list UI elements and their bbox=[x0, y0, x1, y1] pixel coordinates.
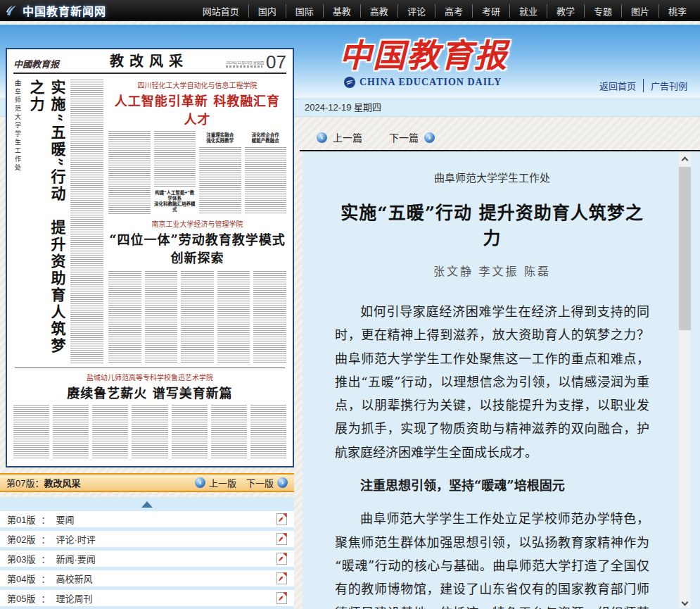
swoosh-logo-icon bbox=[4, 4, 18, 18]
page-list: 第01版：要闻 第02版：评论·时评 第03版：新闻·要闻 第04版：高校新风 bbox=[0, 497, 294, 609]
article-pane: 曲阜师范大学学生工作处 实施“五暖”行动 提升资助育人筑梦之力 张文静 李文振 … bbox=[303, 151, 700, 609]
page-list-item-02[interactable]: 第02版：评论·时评 bbox=[0, 531, 294, 547]
china-education-daily-logo-en: CHINA EDUCATION DAILY bbox=[343, 76, 502, 89]
article1-subhead-3: 深化校企合作 赋能产教融合 bbox=[245, 131, 287, 145]
article3-headline: 赓续鲁艺薪火 谱写美育新篇 bbox=[13, 383, 286, 401]
paper-article-3: 盐城幼儿师范高等专科学校鲁迅艺术学院 赓续鲁艺薪火 谱写美育新篇 bbox=[13, 370, 286, 463]
article-paragraph: 如何引导家庭经济困难学生在经济上得到支持的同时，更在精神上得到滋养，放大资助育人… bbox=[335, 300, 649, 464]
article1-headline: 人工智能引革新 科教融汇育人才 bbox=[108, 91, 286, 127]
next-page-button[interactable]: 下一版 bbox=[246, 476, 288, 489]
article3-columns bbox=[13, 405, 286, 460]
pdf-icon[interactable] bbox=[276, 592, 287, 604]
article2-org: 南京工业大学经济与管理学院 bbox=[108, 218, 286, 229]
scrollbar-down-button[interactable] bbox=[679, 595, 691, 608]
nav-item-commentary[interactable]: 评论 bbox=[397, 4, 435, 18]
article1-columns: 构建“人工智能+”教学体系 深化科教融汇培养模式 注重理实融合 强化实践教学 bbox=[108, 131, 286, 214]
prev-article-button[interactable]: 上一篇 bbox=[333, 130, 362, 144]
nav-item-photos[interactable]: 图片 bbox=[621, 4, 658, 18]
current-page-section: 教改风采 bbox=[44, 476, 80, 489]
page-list-item-03[interactable]: 第03版：新闻·要闻 bbox=[0, 551, 294, 567]
article1-org: 四川轻化工大学自动化与信息工程学院 bbox=[108, 80, 286, 90]
ced-emblem-icon bbox=[343, 76, 356, 89]
site-logo-text: 中国教育新闻网 bbox=[23, 2, 106, 19]
article-byline-org: 曲阜师范大学学生工作处 bbox=[335, 170, 649, 184]
paper-content: 曲阜师范大学学生工作处 实施“五暖”行动 提升资助育人筑梦之力 四川轻化工大学自… bbox=[7, 74, 293, 463]
article2-headline: “四位一体”劳动教育教学模式创新探索 bbox=[108, 230, 286, 266]
header-links: 返回首页 广告刊例 bbox=[592, 79, 694, 92]
back-home-link[interactable]: 返回首页 bbox=[592, 79, 643, 92]
paper-dateline: 2024年12月19日 星期四 bbox=[226, 61, 264, 70]
pdf-icon[interactable] bbox=[276, 513, 287, 525]
nav-item-higher-edu[interactable]: 高教 bbox=[360, 4, 397, 18]
chevron-up-icon bbox=[682, 157, 689, 164]
ced-logo-en-text: CHINA EDUCATION DAILY bbox=[359, 77, 502, 88]
nav-item-home[interactable]: 网站首页 bbox=[193, 4, 248, 18]
article-paragraph: 曲阜师范大学学生工作处立足学校师范办学特色，聚焦师范生群体加强思想引领，以弘扬教… bbox=[335, 507, 649, 609]
paper-article-1: 四川轻化工大学自动化与信息工程学院 人工智能引革新 科教融汇育人才 构建“人工智… bbox=[108, 78, 286, 214]
article2-columns bbox=[108, 271, 286, 364]
article-body: 曲阜师范大学学生工作处 实施“五暖”行动 提升资助育人筑梦之力 张文静 李文振 … bbox=[335, 170, 649, 609]
nav-item-employment[interactable]: 就业 bbox=[509, 4, 547, 18]
nav-item-basic-edu[interactable]: 基教 bbox=[323, 4, 360, 18]
paper-nameplate: 中國教育报 bbox=[13, 57, 77, 70]
scrollbar-up-button[interactable] bbox=[679, 153, 691, 165]
nav-item-taoli[interactable]: 桃李 bbox=[658, 4, 696, 18]
top-nav-links: 网站首页 国内 国际 基教 高教 评论 高考 考研 就业 教学 专题 图片 桃李 bbox=[193, 4, 696, 18]
pdf-icon[interactable] bbox=[276, 553, 287, 565]
paper-masthead-right: 2024年12月19日 星期四 07 bbox=[222, 54, 286, 70]
nav-item-kaoyan[interactable]: 考研 bbox=[472, 4, 509, 18]
page-list-item-01[interactable]: 第01版：要闻 bbox=[0, 511, 294, 527]
paper-article-2: 南京工业大学经济与管理学院 “四位一体”劳动教育教学模式创新探索 bbox=[108, 217, 286, 364]
paper-lead-article-strip: 曲阜师范大学学生工作处 实施“五暖”行动 提升资助育人筑梦之力 bbox=[13, 78, 103, 364]
nav-item-domestic[interactable]: 国内 bbox=[248, 4, 286, 18]
article1-subhead-2: 注重理实融合 强化实践教学 bbox=[199, 131, 241, 145]
pdf-icon[interactable] bbox=[276, 533, 287, 545]
article1-subhead-1: 构建“人工智能+”教学体系 深化科教融汇培养模式 bbox=[154, 189, 196, 214]
page-list-scroll-up[interactable] bbox=[0, 497, 294, 511]
prev-page-button[interactable]: 上一版 bbox=[195, 476, 236, 489]
paper-vertical-byline: 曲阜师范大学学生工作处 bbox=[13, 80, 23, 199]
paper-vertical-headline: 实施“五暖”行动 提升资助育人筑梦之力 bbox=[25, 80, 68, 364]
site-logo[interactable]: 中国教育新闻网 bbox=[4, 2, 106, 19]
article3-org: 盐城幼儿师范高等专科学校鲁迅艺术学院 bbox=[13, 372, 286, 382]
paper-page-number: 07 bbox=[266, 54, 286, 70]
ad-rates-link[interactable]: 广告刊例 bbox=[643, 79, 694, 92]
next-article-button[interactable]: 下一篇 bbox=[389, 130, 419, 144]
paper-masthead-row: 中國教育报 教改风采 2024年12月19日 星期四 07 bbox=[13, 53, 286, 74]
nav-item-teaching[interactable]: 教学 bbox=[547, 4, 584, 18]
prev-article-globe-icon[interactable] bbox=[317, 132, 327, 143]
paper-section-title: 教改风采 bbox=[77, 50, 222, 70]
pdf-icon[interactable] bbox=[276, 572, 287, 584]
page-list-item-04[interactable]: 第04版：高校新风 bbox=[0, 570, 294, 586]
page-list-item-05[interactable]: 第05版：理论周刊 bbox=[0, 590, 294, 606]
newspaper-page-image[interactable]: 中國教育报 教改风采 2024年12月19日 星期四 07 曲阜师范大学学生工作… bbox=[6, 48, 294, 467]
next-article-globe-icon[interactable] bbox=[424, 132, 435, 143]
current-page-prefix: 第07版： bbox=[6, 476, 44, 489]
nav-item-gaokao[interactable]: 高考 bbox=[435, 4, 472, 18]
chevron-down-icon bbox=[682, 599, 689, 606]
up-triangle-icon bbox=[141, 501, 153, 508]
scrollbar-thumb[interactable] bbox=[679, 167, 691, 330]
nav-item-international[interactable]: 国际 bbox=[286, 4, 323, 18]
article-authors: 张文静 李文振 陈磊 bbox=[335, 262, 649, 279]
top-navbar: 中国教育新闻网 网站首页 国内 国际 基教 高教 评论 高考 考研 就业 教学 … bbox=[0, 0, 700, 21]
article-prev-next-nav: 上一篇 下一篇 bbox=[317, 128, 435, 146]
prev-page-globe-icon[interactable] bbox=[195, 477, 205, 488]
nav-item-special[interactable]: 专题 bbox=[584, 4, 621, 18]
next-page-globe-icon[interactable] bbox=[277, 477, 288, 488]
article-subheading: 注重思想引领，坚持“暖魂”培根固元 bbox=[335, 474, 649, 497]
article-scrollbar[interactable] bbox=[679, 153, 691, 608]
china-education-daily-logo: 中国教育报 bbox=[339, 30, 508, 76]
paper-divider bbox=[15, 368, 285, 368]
article-title: 实施“五暖”行动 提升资助育人筑梦之力 bbox=[335, 199, 649, 249]
current-page-bar: 第07版： 教改风采 上一版 下一版 bbox=[0, 473, 294, 492]
paper-text-column bbox=[70, 80, 103, 364]
